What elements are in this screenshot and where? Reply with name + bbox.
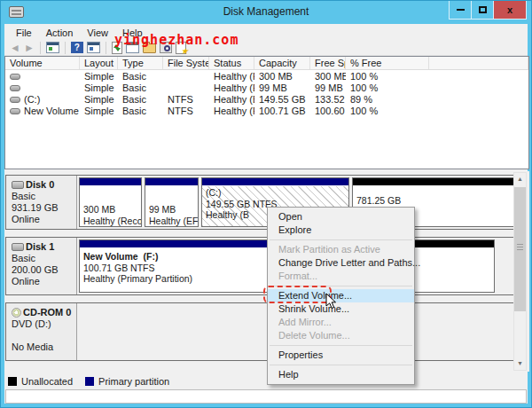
primary-partition-band (80, 240, 286, 248)
column-header-pct-free[interactable]: % Free (346, 57, 429, 69)
column-header-volume[interactable]: Volume (5, 57, 80, 69)
watermark-text: yinghezhan.com (114, 32, 239, 48)
column-header-status[interactable]: Status (209, 57, 254, 69)
cd-rom-icon (12, 308, 21, 318)
column-header-free-space[interactable]: Free Spa... (310, 57, 346, 69)
menu-item-add-mirror: Add Mirror... (268, 316, 414, 329)
maximize-icon (479, 6, 487, 13)
column-header-layout[interactable]: Layout (80, 57, 118, 69)
volume-row-efi[interactable]: Simple Basic Healthy (E... 99 MB 99 MB 1… (5, 82, 528, 93)
volume-table-header: Volume Layout Type File System Status Ca… (5, 57, 528, 70)
primary-partition-swatch (85, 377, 94, 386)
menu-separator (268, 362, 414, 368)
column-header-type[interactable]: Type (118, 57, 163, 69)
disk1-partition-f[interactable]: New Volume (F:) 100.71 GB NTFS Healthy (… (79, 239, 287, 293)
menu-bar: File Action View Help (4, 25, 528, 40)
legend: Unallocated Primary partition (8, 374, 177, 388)
menu-item-explore[interactable]: Explore (268, 224, 414, 237)
disk0-row: Disk 0 Basic 931.19 GB Online 300 MB Hea… (5, 175, 514, 230)
menu-view[interactable]: View (81, 27, 114, 39)
forward-arrow-icon[interactable]: ► (24, 42, 35, 54)
menu-item-delete-volume: Delete Volume... (268, 329, 414, 342)
disk1-label[interactable]: Disk 1 Basic 200.00 GB Online (6, 238, 77, 294)
close-button[interactable]: x (494, 1, 526, 19)
volume-row-c[interactable]: (C:) Simple Basic NTFS Healthy (B... 149… (5, 93, 528, 105)
legend-primary-label: Primary partition (98, 376, 169, 387)
primary-partition-band (145, 178, 198, 186)
status-bar (5, 389, 527, 404)
disk0-partition-efi[interactable]: 99 MB Healthy (EFI S (145, 177, 199, 227)
mouse-cursor (325, 293, 337, 311)
unallocated-swatch (8, 377, 17, 386)
volume-icon (10, 74, 20, 80)
back-arrow-icon[interactable]: ◄ (10, 42, 20, 54)
toolbar-separator (40, 42, 41, 54)
disk0-label[interactable]: Disk 0 Basic 931.19 GB Online (6, 176, 77, 229)
menu-action[interactable]: Action (40, 27, 80, 39)
scrollbar-grip (517, 244, 523, 245)
menu-item-help[interactable]: Help (268, 368, 414, 381)
scrollbar-thumb[interactable] (514, 187, 526, 311)
legend-unallocated-label: Unallocated (21, 376, 73, 387)
extend-volume-highlight-box (263, 286, 332, 303)
volume-icon (10, 97, 20, 103)
menu-item-change-drive-letter[interactable]: Change Drive Letter and Paths... (268, 256, 414, 270)
menu-separator (268, 237, 414, 243)
close-icon: x (507, 4, 512, 15)
primary-partition-band (80, 178, 141, 186)
menu-item-properties[interactable]: Properties (268, 349, 414, 362)
vertical-scrollbar[interactable]: ▲ ▼ (513, 172, 527, 371)
unallocated-band (353, 178, 513, 186)
volume-icon (10, 85, 20, 91)
volume-row-recovery[interactable]: Simple Basic Healthy (R... 300 MB 300 MB… (5, 70, 528, 82)
scroll-up-arrow[interactable]: ▲ (514, 173, 526, 185)
minimize-button[interactable] (450, 1, 472, 19)
primary-partition-band (202, 178, 348, 186)
menu-item-shrink-volume[interactable]: Shrink Volume... (268, 302, 414, 316)
disk1-row: Disk 1 Basic 200.00 GB Online New Volume… (5, 237, 514, 295)
cdrom0-row: CD-ROM 0 DVD (D:) No Media (5, 302, 514, 361)
title-bar: Disk Management x (1, 1, 531, 24)
column-header-file-system[interactable]: File System (163, 57, 209, 69)
disk-management-window: Disk Management x File Action View Help … (0, 0, 532, 408)
toolbar-separator (65, 42, 66, 54)
minimize-icon (457, 9, 465, 11)
volume-list: Volume Layout Type File System Status Ca… (4, 56, 529, 169)
menu-file[interactable]: File (10, 27, 38, 39)
cdrom0-label[interactable]: CD-ROM 0 DVD (D:) No Media (6, 303, 77, 360)
column-header-capacity[interactable]: Capacity (254, 57, 310, 69)
disk0-partition-recovery[interactable]: 300 MB Healthy (Recover (79, 177, 142, 227)
volume-icon (10, 108, 20, 114)
toolbar-separator (106, 42, 106, 54)
maximize-button[interactable] (472, 1, 494, 19)
show-console-tree-icon[interactable] (46, 42, 59, 53)
menu-item-format: Format... (268, 270, 414, 283)
column-header-blank (429, 57, 528, 69)
menu-separator (268, 342, 414, 349)
show-action-pane-icon[interactable] (87, 42, 100, 53)
window-controls: x (449, 1, 527, 20)
menu-item-mark-partition-active: Mark Partition as Active (268, 243, 414, 256)
toolbar: ◄ ► ? ★ (4, 40, 528, 56)
menu-item-open[interactable]: Open (268, 210, 414, 224)
disk-icon (12, 181, 24, 189)
help-icon[interactable]: ? (71, 42, 83, 53)
volume-row-f[interactable]: New Volume (F:) Simple Basic NTFS Health… (5, 105, 528, 116)
scroll-down-arrow[interactable]: ▼ (514, 357, 526, 370)
disk-icon (12, 243, 24, 251)
